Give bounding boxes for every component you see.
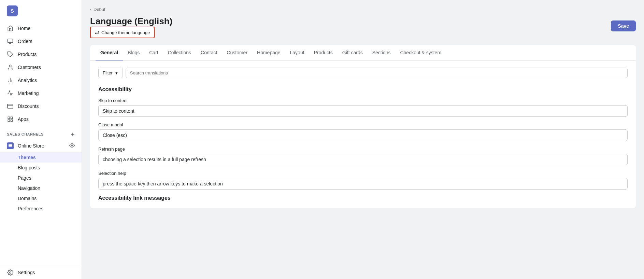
logo-icon: S bbox=[7, 5, 18, 16]
orders-icon bbox=[7, 38, 14, 45]
navigation-label: Navigation bbox=[18, 185, 40, 191]
svg-point-16 bbox=[10, 272, 11, 274]
tab-sections[interactable]: Sections bbox=[368, 45, 396, 61]
svg-rect-0 bbox=[8, 39, 13, 43]
close-modal-input[interactable] bbox=[98, 129, 628, 141]
tab-products[interactable]: Products bbox=[309, 45, 338, 61]
close-modal-label: Close modal bbox=[98, 122, 628, 127]
page-title: Language (English) bbox=[90, 16, 172, 27]
skip-to-content-input[interactable] bbox=[98, 105, 628, 117]
selection-help-label: Selection help bbox=[98, 171, 628, 176]
analytics-icon bbox=[7, 77, 14, 84]
online-store-icon bbox=[7, 142, 14, 149]
tab-customer[interactable]: Customer bbox=[222, 45, 252, 61]
search-translations-input[interactable] bbox=[126, 68, 628, 78]
sidebar-logo: S bbox=[0, 0, 82, 22]
sidebar-item-apps[interactable]: Apps bbox=[0, 113, 82, 126]
selection-help-input[interactable] bbox=[98, 178, 628, 190]
online-store-label: Online Store bbox=[18, 143, 44, 149]
sidebar-item-marketing[interactable]: Marketing bbox=[0, 87, 82, 100]
sidebar-item-blog-posts[interactable]: Blog posts bbox=[0, 163, 82, 173]
filter-button[interactable]: Filter ▼ bbox=[98, 68, 123, 78]
breadcrumb: ‹ Debut bbox=[90, 7, 172, 12]
blog-posts-label: Blog posts bbox=[18, 165, 40, 170]
svg-point-4 bbox=[9, 65, 11, 67]
breadcrumb-link[interactable]: Debut bbox=[94, 7, 105, 12]
svg-rect-8 bbox=[8, 104, 13, 108]
apps-icon bbox=[7, 116, 14, 123]
refresh-page-label: Refresh page bbox=[98, 147, 628, 152]
tab-checkout[interactable]: Checkout & system bbox=[395, 45, 446, 61]
save-button[interactable]: Save bbox=[611, 20, 636, 31]
skip-to-content-field: Skip to content bbox=[98, 98, 628, 117]
sidebar-item-label: Orders bbox=[18, 39, 32, 44]
products-icon bbox=[7, 51, 14, 58]
tab-gift-cards[interactable]: Gift cards bbox=[338, 45, 368, 61]
main-nav: Home Orders Products Customers Analytics bbox=[0, 22, 82, 126]
sidebar-item-online-store[interactable]: Online Store bbox=[0, 139, 82, 152]
tabs-container: General Blogs Cart Collections Contact C… bbox=[90, 45, 636, 61]
sidebar-item-orders[interactable]: Orders bbox=[0, 35, 82, 48]
sidebar-item-domains[interactable]: Domains bbox=[0, 193, 82, 204]
sidebar-item-themes[interactable]: Themes bbox=[0, 152, 82, 163]
change-language-label: Change theme language bbox=[101, 30, 150, 35]
sidebar-item-label: Discounts bbox=[18, 103, 39, 109]
main-content: ‹ Debut Language (English) ⇄ Change them… bbox=[82, 0, 644, 279]
svg-point-15 bbox=[71, 145, 73, 146]
sales-channels-label: SALES CHANNELS bbox=[7, 132, 44, 136]
customers-icon bbox=[7, 64, 14, 71]
sidebar-item-label: Apps bbox=[18, 116, 29, 122]
selection-help-field: Selection help bbox=[98, 171, 628, 190]
refresh-page-field: Refresh page bbox=[98, 147, 628, 165]
svg-rect-14 bbox=[9, 144, 12, 147]
tab-collections[interactable]: Collections bbox=[163, 45, 196, 61]
skip-to-content-label: Skip to content bbox=[98, 98, 628, 103]
accessibility-section-title: Accessibility bbox=[98, 86, 628, 93]
svg-rect-13 bbox=[8, 120, 10, 122]
home-icon bbox=[7, 25, 14, 32]
tab-contact[interactable]: Contact bbox=[196, 45, 222, 61]
breadcrumb-arrow: ‹ bbox=[90, 7, 91, 12]
sidebar-item-customers[interactable]: Customers bbox=[0, 61, 82, 74]
sidebar-item-label: Home bbox=[18, 26, 30, 31]
filter-chevron-icon: ▼ bbox=[115, 71, 118, 75]
tab-blogs[interactable]: Blogs bbox=[123, 45, 144, 61]
content-area: ‹ Debut Language (English) ⇄ Change them… bbox=[82, 0, 644, 279]
refresh-page-input[interactable] bbox=[98, 154, 628, 165]
tab-homepage[interactable]: Homepage bbox=[252, 45, 285, 61]
svg-rect-11 bbox=[11, 117, 13, 118]
sales-channels-section: SALES CHANNELS + bbox=[0, 126, 82, 139]
tab-layout[interactable]: Layout bbox=[285, 45, 309, 61]
sidebar-item-navigation[interactable]: Navigation bbox=[0, 183, 82, 193]
filter-row: Filter ▼ bbox=[98, 68, 628, 78]
sidebar: S Home Orders Products Customers bbox=[0, 0, 82, 279]
sidebar-item-products[interactable]: Products bbox=[0, 48, 82, 61]
tab-general[interactable]: General bbox=[96, 45, 123, 61]
sidebar-item-pages[interactable]: Pages bbox=[0, 173, 82, 183]
translate-icon: ⇄ bbox=[95, 29, 99, 36]
sidebar-item-analytics[interactable]: Analytics bbox=[0, 74, 82, 87]
svg-rect-12 bbox=[11, 120, 13, 122]
accessibility-link-messages-title: Accessibility link messages bbox=[98, 195, 628, 201]
sidebar-item-label: Products bbox=[18, 52, 37, 57]
sidebar-item-preferences[interactable]: Preferences bbox=[0, 204, 82, 214]
add-sales-channel-button[interactable]: + bbox=[71, 131, 75, 137]
eye-icon[interactable] bbox=[69, 143, 75, 149]
sidebar-bottom: Settings bbox=[0, 266, 82, 279]
sidebar-item-discounts[interactable]: Discounts bbox=[0, 100, 82, 113]
settings-label: Settings bbox=[18, 270, 35, 275]
themes-label: Themes bbox=[18, 155, 36, 160]
sidebar-item-settings[interactable]: Settings bbox=[0, 266, 82, 279]
sidebar-item-label: Marketing bbox=[18, 90, 39, 96]
sidebar-item-home[interactable]: Home bbox=[0, 22, 82, 35]
pages-label: Pages bbox=[18, 175, 31, 181]
svg-rect-10 bbox=[8, 117, 10, 118]
change-language-button[interactable]: ⇄ Change theme language bbox=[90, 27, 155, 38]
tab-cart[interactable]: Cart bbox=[144, 45, 163, 61]
content-card: Filter ▼ Accessibility Skip to content C… bbox=[90, 61, 636, 208]
marketing-icon bbox=[7, 90, 14, 97]
settings-icon bbox=[7, 269, 14, 276]
online-store-left: Online Store bbox=[7, 142, 44, 149]
preferences-label: Preferences bbox=[18, 206, 43, 211]
close-modal-field: Close modal bbox=[98, 122, 628, 141]
